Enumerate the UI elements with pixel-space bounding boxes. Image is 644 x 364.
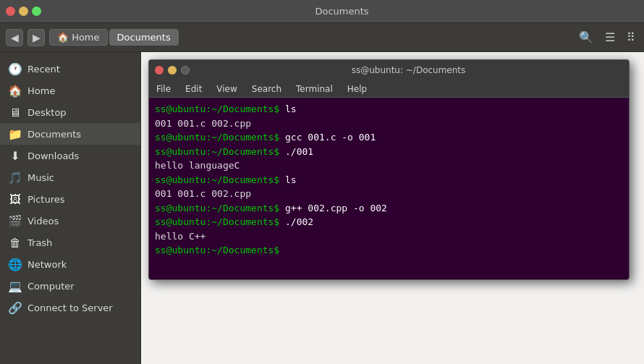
sidebar-label-recent: Recent <box>27 64 60 75</box>
trash-icon: 🗑 <box>9 236 22 249</box>
minimize-button[interactable] <box>19 7 28 16</box>
window-title: Documents <box>46 6 638 17</box>
sidebar-item-downloads[interactable]: ⬇ Downloads <box>0 145 140 166</box>
forward-button[interactable]: ▶ <box>27 29 45 46</box>
terminal-window: ss@ubuntu: ~/Documents File Edit View Se… <box>148 59 630 280</box>
terminal-minimize-button[interactable] <box>168 66 177 75</box>
sidebar-item-network[interactable]: 🌐 Network <box>0 253 140 275</box>
terminal-title: ss@ubuntu: ~/Documents <box>194 65 623 75</box>
sidebar-item-pictures[interactable]: 🖼 Pictures <box>0 188 140 210</box>
search-button[interactable]: 🔍 <box>576 29 596 46</box>
terminal-menu: File Edit View Search Terminal Help <box>149 80 629 98</box>
window-buttons <box>6 7 41 16</box>
sidebar-label-videos: Videos <box>27 216 59 227</box>
terminal-menu-search[interactable]: Search <box>249 82 284 96</box>
toolbar-icons: 🔍 ☰ ⠿ <box>576 29 638 46</box>
breadcrumb-home[interactable]: 🏠 Home <box>49 29 108 46</box>
sidebar-label-home: Home <box>27 85 55 96</box>
terminal-maximize-button[interactable] <box>181 66 190 75</box>
grid-view-button[interactable]: ⠿ <box>624 29 638 46</box>
documents-icon: 📁 <box>9 127 22 140</box>
sidebar-item-trash[interactable]: 🗑 Trash <box>0 232 140 253</box>
computer-icon: 💻 <box>9 279 22 292</box>
terminal-titlebar: ss@ubuntu: ~/Documents <box>149 60 629 80</box>
sidebar: 🕐 Recent 🏠 Home 🖥 Desktop 📁 Documents ⬇ … <box>0 52 141 364</box>
sidebar-item-connect[interactable]: 🔗 Connect to Server <box>0 297 140 318</box>
sidebar-label-desktop: Desktop <box>27 107 67 118</box>
sidebar-label-network: Network <box>27 259 67 270</box>
network-icon: 🌐 <box>9 258 22 271</box>
title-bar: Documents <box>0 0 644 23</box>
list-view-button[interactable]: ☰ <box>602 29 618 46</box>
sidebar-label-pictures: Pictures <box>27 194 64 205</box>
sidebar-item-recent[interactable]: 🕐 Recent <box>0 58 140 80</box>
terminal-body[interactable]: ss@ubuntu:~/Documents$ ls 001 001.c 002.… <box>149 98 629 279</box>
terminal-close-button[interactable] <box>155 66 164 75</box>
sidebar-item-music[interactable]: 🎵 Music <box>0 166 140 188</box>
home-icon: 🏠 <box>9 84 22 97</box>
breadcrumb-documents[interactable]: Documents <box>109 29 179 46</box>
sidebar-label-downloads: Downloads <box>27 151 79 161</box>
sidebar-label-computer: Computer <box>27 281 75 292</box>
sidebar-item-documents[interactable]: 📁 Documents <box>0 123 140 145</box>
desktop-icon: 🖥 <box>9 106 22 119</box>
terminal-menu-file[interactable]: File <box>153 82 174 96</box>
maximize-button[interactable] <box>32 7 41 16</box>
file-area: C 001.c <box>141 52 644 364</box>
sidebar-item-computer[interactable]: 💻 Computer <box>0 275 140 297</box>
back-button[interactable]: ◀ <box>6 29 23 46</box>
close-button[interactable] <box>6 7 15 16</box>
recent-icon: 🕐 <box>9 62 22 75</box>
sidebar-label-connect: Connect to Server <box>27 302 113 313</box>
downloads-icon: ⬇ <box>9 149 22 162</box>
terminal-menu-view[interactable]: View <box>213 82 240 96</box>
breadcrumb: 🏠 Home Documents <box>49 29 179 46</box>
pictures-icon: 🖼 <box>9 192 22 206</box>
music-icon: 🎵 <box>9 171 22 184</box>
sidebar-item-videos[interactable]: 🎬 Videos <box>0 210 140 232</box>
terminal-menu-edit[interactable]: Edit <box>182 82 205 96</box>
sidebar-item-desktop[interactable]: 🖥 Desktop <box>0 101 140 123</box>
sidebar-label-music: Music <box>27 172 54 183</box>
terminal-menu-help[interactable]: Help <box>344 82 370 96</box>
connect-icon: 🔗 <box>9 301 22 314</box>
sidebar-item-home[interactable]: 🏠 Home <box>0 80 140 101</box>
sidebar-label-documents: Documents <box>27 129 81 140</box>
toolbar: ◀ ▶ 🏠 Home Documents 🔍 ☰ ⠿ <box>0 23 644 52</box>
main-area: 🕐 Recent 🏠 Home 🖥 Desktop 📁 Documents ⬇ … <box>0 52 644 364</box>
terminal-menu-terminal[interactable]: Terminal <box>293 82 336 96</box>
sidebar-label-trash: Trash <box>27 237 52 248</box>
videos-icon: 🎬 <box>9 214 22 227</box>
